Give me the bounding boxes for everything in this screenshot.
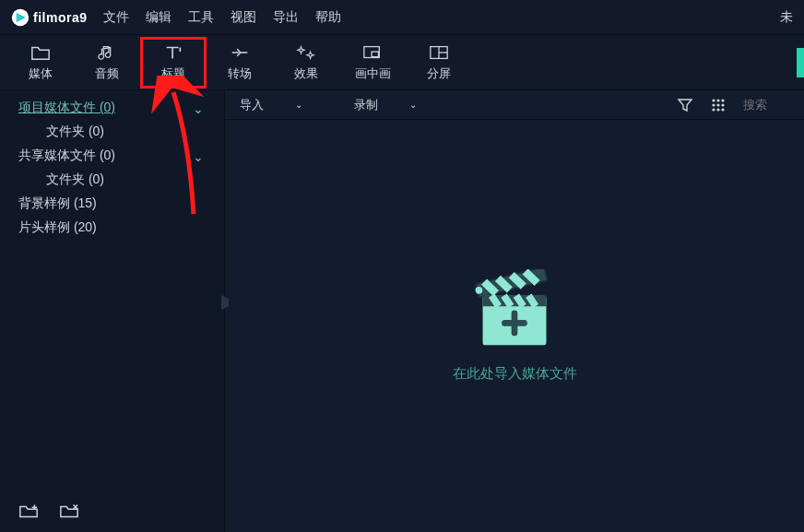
pip-icon [362, 43, 383, 62]
svg-point-13 [716, 108, 719, 111]
svg-point-11 [721, 103, 724, 106]
search-input[interactable] [743, 98, 789, 112]
toolbar: 媒体 音频 标题 转场 效果 画中画 [0, 35, 804, 90]
tool-effects[interactable]: 效果 [273, 37, 339, 89]
music-icon [97, 43, 117, 62]
record-dropdown[interactable]: 录制 ⌄ [354, 97, 417, 113]
tool-label: 音频 [95, 65, 119, 82]
chevron-down-icon: ⌄ [193, 101, 204, 116]
menu-tools[interactable]: 工具 [188, 9, 214, 26]
tree-item-folder[interactable]: 文件夹 (0) [0, 120, 224, 144]
svg-point-10 [716, 103, 719, 106]
tool-audio[interactable]: 音频 [74, 37, 140, 89]
tree-label: 项目媒体文件 (0) [18, 100, 115, 116]
menu-export[interactable]: 导出 [273, 9, 299, 26]
tree-label: 文件夹 (0) [46, 124, 104, 140]
tool-label: 媒体 [29, 65, 53, 82]
menu-edit[interactable]: 编辑 [146, 9, 171, 26]
transition-icon [230, 43, 250, 62]
tree-item-bg-samples[interactable]: 背景样例 (15) [0, 192, 224, 216]
svg-point-8 [721, 99, 724, 101]
drop-hint: 在此处导入媒体文件 [453, 365, 577, 383]
svg-point-9 [712, 103, 715, 106]
tool-pip[interactable]: 画中画 [339, 37, 406, 89]
folder-icon [30, 43, 51, 62]
chevron-down-icon: ⌄ [295, 100, 302, 110]
tree-item-folder[interactable]: 文件夹 (0) [0, 168, 224, 192]
tree-label: 共享媒体文件 (0) [18, 148, 115, 164]
dropdown-label: 录制 [354, 97, 378, 113]
tool-label: 转场 [228, 65, 252, 82]
filter-icon[interactable] [677, 97, 693, 113]
text-icon [163, 43, 183, 62]
tool-split[interactable]: 分屏 [406, 37, 472, 89]
tool-title[interactable]: 标题 [140, 37, 207, 89]
dropdown-label: 导入 [240, 97, 264, 113]
svg-rect-2 [372, 52, 378, 57]
media-drop-area[interactable]: 在此处导入媒体文件 [225, 120, 804, 532]
grid-view-icon[interactable] [710, 97, 727, 113]
sidebar: 项目媒体文件 (0) ⌄ 文件夹 (0) 共享媒体文件 (0) ⌄ 文件夹 (0… [0, 90, 225, 532]
sidebar-bottom [0, 490, 224, 532]
main-area: 项目媒体文件 (0) ⌄ 文件夹 (0) 共享媒体文件 (0) ⌄ 文件夹 (0… [0, 90, 804, 532]
menubar-right: 未 [780, 9, 793, 26]
svg-point-6 [712, 99, 715, 101]
app-logo: filmora9 [11, 8, 87, 27]
tool-label: 效果 [294, 65, 318, 82]
svg-point-12 [712, 108, 715, 111]
tool-media[interactable]: 媒体 [7, 37, 74, 89]
app-name: filmora9 [33, 10, 87, 25]
chevron-down-icon: ⌄ [409, 100, 417, 110]
tree-item-intro-samples[interactable]: 片头样例 (20) [0, 216, 224, 240]
tool-label: 标题 [161, 65, 185, 82]
tree-label: 背景样例 (15) [18, 195, 97, 212]
import-dropdown[interactable]: 导入 ⌄ [240, 97, 302, 113]
toolbar-accent [797, 48, 804, 77]
menu-view[interactable]: 视图 [231, 9, 256, 26]
tree-label: 文件夹 (0) [46, 171, 104, 188]
chevron-down-icon: ⌄ [193, 149, 204, 164]
tree-item-project-media[interactable]: 项目媒体文件 (0) ⌄ [0, 96, 224, 120]
tree-item-shared-media[interactable]: 共享媒体文件 (0) ⌄ [0, 144, 224, 168]
delete-folder-icon[interactable] [59, 502, 79, 520]
media-tree: 项目媒体文件 (0) ⌄ 文件夹 (0) 共享媒体文件 (0) ⌄ 文件夹 (0… [0, 90, 224, 490]
menubar: filmora9 文件 编辑 工具 视图 导出 帮助 未 [0, 0, 804, 35]
tool-transition[interactable]: 转场 [207, 37, 273, 89]
menu-file[interactable]: 文件 [103, 9, 129, 26]
content-panel: 导入 ⌄ 录制 ⌄ [225, 90, 804, 532]
tool-label: 画中画 [355, 65, 391, 82]
content-toolbar: 导入 ⌄ 录制 ⌄ [225, 90, 804, 120]
tool-label: 分屏 [427, 65, 451, 82]
new-folder-icon[interactable] [18, 502, 39, 520]
svg-point-14 [721, 108, 724, 111]
menu-help[interactable]: 帮助 [315, 9, 341, 26]
splitscreen-icon [429, 43, 449, 62]
sparkle-icon [296, 43, 316, 62]
tree-label: 片头样例 (20) [18, 219, 97, 236]
clapperboard-icon [470, 269, 559, 352]
logo-icon [11, 8, 30, 27]
svg-point-7 [716, 99, 719, 101]
